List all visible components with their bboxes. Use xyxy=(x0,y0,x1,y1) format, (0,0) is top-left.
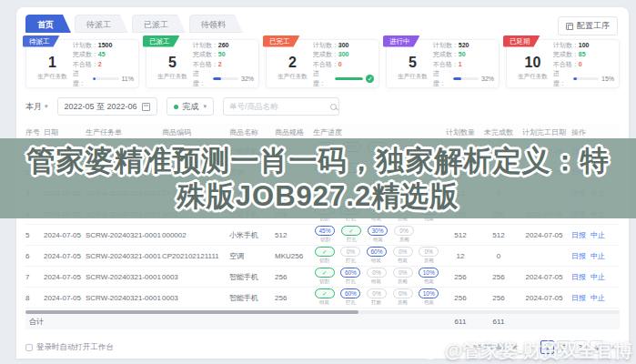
scrollbar-thumb[interactable] xyxy=(25,310,358,314)
tab-0[interactable]: 首页 xyxy=(25,15,71,33)
progress-stat: 进度：✓ xyxy=(313,69,374,88)
step-label: 打孔 xyxy=(346,299,356,307)
column-header-2: 生产任务单 xyxy=(86,127,162,137)
column-header-8: 未完成数 xyxy=(480,127,519,137)
step-label: 组装 xyxy=(371,258,381,265)
step-progress-badge: 0% xyxy=(393,268,413,278)
action-link-0[interactable]: 日报 xyxy=(571,231,586,239)
settings-icon xyxy=(566,23,573,30)
status-select[interactable]: 完成 ▾ xyxy=(167,97,215,116)
promo-overlay-banner: 管家婆精准预测一肖一码，独家解析定义：特殊版JOB927.2精选版 xyxy=(0,138,636,218)
chevron-down-icon: ▾ xyxy=(204,103,207,110)
chevron-down-icon: ▾ xyxy=(45,103,48,110)
process-step: 0%质检 xyxy=(417,247,440,266)
search-icon xyxy=(330,104,337,110)
total-plan-qty: 611 xyxy=(442,318,480,326)
plan-stat: 计划数：1500 xyxy=(73,41,134,51)
action-link-0[interactable]: 日报 xyxy=(571,273,586,281)
done-stat: 完成数：50 xyxy=(433,50,494,60)
plan-stat: 计划数：520 xyxy=(433,41,494,51)
task-count-label: 生产任务数 xyxy=(512,73,553,81)
step-label: 包装 xyxy=(424,278,434,286)
process-step: ✓组装 xyxy=(313,288,337,308)
task-count: 5 xyxy=(392,55,433,71)
progress-percent: 32% xyxy=(241,75,254,85)
progress-bar xyxy=(335,77,364,80)
table-row: 62024-07-05SCRW-20240321-0001CP202102121… xyxy=(25,246,620,267)
task-order-no: SCRW-20240321-0001 xyxy=(86,252,162,260)
product-spec: 256 xyxy=(275,294,313,302)
order-number-text: SCRW-20240321-0001 xyxy=(86,252,161,260)
action-link-1[interactable]: 中止 xyxy=(591,231,605,239)
product-code: 000002 xyxy=(162,231,229,239)
config-process-button[interactable]: 配置工序 xyxy=(558,16,618,35)
date-range-picker[interactable]: 2022-05 至 2022-06 xyxy=(57,97,157,116)
process-step: 0%质检 xyxy=(391,268,415,287)
progress-stat: 进度：32% xyxy=(193,69,254,88)
step-label: 组装 xyxy=(319,299,329,307)
guanjiapo-logo-icon xyxy=(420,341,440,361)
step-progress-badge: 0% xyxy=(419,247,439,257)
step-progress-badge: 0% xyxy=(394,226,414,236)
process-step: 0%质检 xyxy=(391,288,415,308)
unfinished-qty: 256 xyxy=(480,273,519,281)
period-dropdown[interactable]: 本月 ▾ xyxy=(25,101,48,113)
auto-open-label: 登录时自动打开工作台 xyxy=(36,342,114,353)
horizontal-scrollbar[interactable] xyxy=(25,310,620,314)
auto-open-checkbox[interactable]: 登录时自动打开工作台 xyxy=(25,342,114,353)
product-name: 智能手机 xyxy=(229,293,275,303)
step-progress-badge: 0% xyxy=(393,288,413,298)
plan-stat: 计划数：300 xyxy=(313,41,374,51)
plan-stat: 计划数：260 xyxy=(193,41,254,51)
weibo-watermark: @管家婆-财贸双全官博 xyxy=(420,339,632,363)
planned-finish-date: 2024-07-05 xyxy=(519,231,571,239)
done-stat: 完成数：300 xyxy=(313,50,374,60)
planned-qty: 512 xyxy=(442,231,480,239)
action-link-1[interactable]: 中止 xyxy=(591,252,605,260)
step-progress-badge: 45% xyxy=(315,226,335,236)
defect-stat: 不合格：1 xyxy=(433,60,494,70)
step-label: 包装 xyxy=(398,258,408,265)
tab-3[interactable]: 待领料 xyxy=(189,15,243,33)
tab-2[interactable]: 已派工 xyxy=(132,15,186,33)
product-spec: MKU256 xyxy=(275,252,313,260)
planned-finish-date: 2024-07-05 xyxy=(519,294,571,302)
process-steps: ✓切割60%打孔0%组装0%质检10%包装 xyxy=(313,268,442,287)
defect-stat: 不合格：2 xyxy=(73,60,134,70)
step-progress-badge: 60% xyxy=(340,268,360,278)
stat-card-4: 已延期10生产任务数计划数：100完成数：85不合格：0进度：15% xyxy=(506,39,620,88)
action-link-0[interactable]: 日报 xyxy=(571,294,586,302)
product-name: 智能手机 xyxy=(229,272,275,282)
row-actions: 日报中止 xyxy=(571,230,617,240)
search-box[interactable] xyxy=(223,97,339,116)
action-link-1[interactable]: 中止 xyxy=(591,273,605,281)
column-header-10: 操作 xyxy=(571,127,617,137)
status-badge: 进行中 xyxy=(383,35,420,47)
period-label: 本月 xyxy=(25,101,42,113)
stat-card-1: 已派工5生产任务数计划数：260完成数：50不合格：2进度：32% xyxy=(146,39,259,88)
product-code: 0003 xyxy=(162,273,229,281)
search-input[interactable] xyxy=(229,102,330,111)
stat-cards-row: 待派工1生产任务数计划数：1500完成数：45不合格：2进度：11%已派工5生产… xyxy=(25,39,620,88)
task-count: 1 xyxy=(32,55,73,71)
row-index: 8 xyxy=(25,294,44,302)
step-label: 切割 xyxy=(319,278,329,286)
total-unfinished: 611 xyxy=(480,318,519,326)
step-progress-badge: ✓ xyxy=(315,288,335,298)
product-code: CP202102121111 xyxy=(162,252,229,260)
tab-1[interactable]: 待派工 xyxy=(75,15,128,33)
task-order-no: SCRW-20240321-0001 xyxy=(86,294,162,302)
step-progress-badge: 0% xyxy=(367,268,387,278)
progress-percent: 15% xyxy=(601,75,614,85)
row-date: 2024-07-05 xyxy=(44,294,86,302)
table-row: 52024-07-05SCRW-20240321-0001000002小米手机5… xyxy=(25,225,620,246)
done-stat: 完成数：50 xyxy=(193,50,254,60)
process-step: 10%包装 xyxy=(417,268,440,287)
step-progress-badge: 0% xyxy=(367,288,387,298)
task-count-label: 生产任务数 xyxy=(152,73,193,81)
process-step: ✓打孔 xyxy=(339,226,363,245)
planned-qty: 256 xyxy=(442,294,480,302)
action-link-0[interactable]: 日报 xyxy=(571,252,586,260)
action-link-1[interactable]: 中止 xyxy=(591,294,605,302)
status-value: 完成 xyxy=(183,101,199,113)
